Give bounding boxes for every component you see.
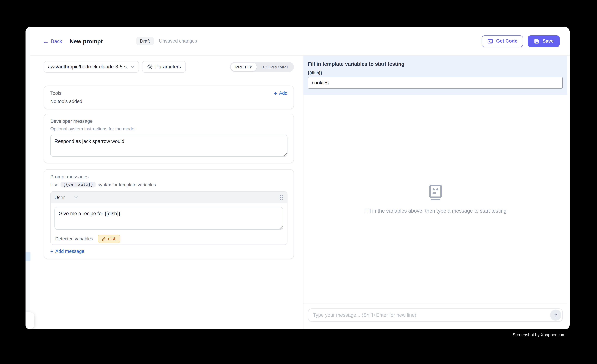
variable-chip-dish[interactable]: dish	[98, 235, 120, 243]
edit-icon	[102, 236, 106, 241]
toggle-option-pretty[interactable]: PRETTY	[231, 63, 257, 71]
chevron-down-icon	[131, 65, 135, 68]
chat-input-container	[308, 308, 563, 322]
send-button[interactable]	[550, 310, 561, 320]
app-window: ← Back New prompt Draft Unsaved changes …	[25, 27, 570, 329]
back-label: Back	[51, 38, 62, 44]
model-selector-value: aws/anthropic/bedrock-claude-3-5-s...	[48, 64, 128, 69]
developer-message-textarea[interactable]: Respond as jack sparrow would	[50, 135, 287, 157]
screenshot-stage: ← Back New prompt Draft Unsaved changes …	[0, 0, 597, 364]
tools-empty-text: No tools added	[50, 99, 287, 104]
add-message-button[interactable]: + Add message	[50, 249, 84, 254]
role-value: User	[55, 195, 65, 200]
arrow-up-icon	[553, 312, 558, 318]
terminal-icon	[487, 38, 493, 44]
add-tool-label: Add	[279, 91, 287, 96]
plus-icon: +	[274, 91, 277, 96]
watermark-text: Screenshot by Xnapper.com	[513, 333, 566, 337]
save-button[interactable]: Save	[528, 35, 560, 47]
plus-icon: +	[50, 249, 53, 254]
variable-value-input[interactable]	[308, 77, 563, 89]
message-body: Give me a recipe for {{dish}} Detected v…	[51, 203, 287, 244]
template-syntax-hint: Use {{variable}} syntax for template var…	[50, 182, 287, 187]
unsaved-changes-text: Unsaved changes	[159, 38, 197, 44]
left-nav-strip	[25, 27, 30, 329]
parameters-button[interactable]: Parameters	[142, 61, 186, 73]
header: ← Back New prompt Draft Unsaved changes …	[30, 27, 569, 55]
variable-chip-label: dish	[108, 236, 116, 242]
role-selector[interactable]: User	[55, 195, 78, 200]
back-arrow-icon: ←	[43, 38, 49, 44]
robot-icon	[428, 184, 443, 200]
gear-icon	[147, 64, 153, 69]
page-title: New prompt	[70, 38, 102, 44]
save-label: Save	[542, 38, 554, 44]
hint-prefix: Use	[50, 182, 58, 187]
template-variables-section: Fill in template variables to start test…	[303, 56, 567, 95]
chat-message-input[interactable]	[313, 312, 550, 318]
model-selector[interactable]: aws/anthropic/bedrock-claude-3-5-s...	[44, 61, 139, 73]
message-textarea[interactable]: Give me a recipe for {{dish}}	[55, 207, 283, 230]
status-badge: Draft	[136, 37, 154, 45]
test-pane: Fill in template variables to start test…	[303, 56, 570, 329]
hint-suffix: syntax for template variables	[98, 182, 156, 187]
tools-title: Tools	[50, 91, 61, 96]
tools-card: Tools + Add No tools added	[44, 85, 294, 109]
developer-message-subtitle: Optional system instructions for the mod…	[50, 126, 287, 132]
developer-message-card: Developer message Optional system instru…	[44, 114, 294, 163]
save-icon	[534, 38, 540, 44]
model-toolbar: aws/anthropic/bedrock-claude-3-5-s...	[44, 61, 294, 73]
add-tool-button[interactable]: + Add	[274, 91, 287, 96]
prompt-messages-title: Prompt messages	[50, 174, 287, 179]
get-code-button[interactable]: Get Code	[482, 35, 523, 47]
detected-variables-label: Detected variables:	[55, 236, 94, 242]
back-button[interactable]: ← Back	[43, 38, 62, 44]
nav-popover	[25, 312, 34, 329]
chevron-down-icon	[74, 196, 78, 199]
variable-syntax-chip: {{variable}}	[61, 182, 95, 187]
format-toggle: PRETTY DOTPROMPT	[230, 62, 294, 72]
message-block: User	[50, 191, 287, 245]
chat-empty-state: Fill in the variables above, then type a…	[303, 95, 567, 303]
prompt-messages-card: Prompt messages Use {{variable}} syntax …	[44, 169, 294, 259]
empty-state-text: Fill in the variables above, then type a…	[364, 208, 506, 213]
parameters-label: Parameters	[155, 64, 181, 69]
test-panel-title: Fill in template variables to start test…	[308, 61, 563, 67]
variable-name-label: {{dish}}	[308, 70, 563, 75]
add-message-label: Add message	[55, 249, 84, 254]
header-actions: Get Code Save	[482, 35, 560, 47]
get-code-label: Get Code	[496, 38, 517, 44]
message-header: User	[51, 192, 287, 203]
drag-handle-icon[interactable]	[279, 195, 283, 200]
chat-input-bar	[303, 303, 567, 329]
toggle-option-dotprompt[interactable]: DOTPROMPT	[257, 63, 293, 71]
developer-message-title: Developer message	[50, 119, 287, 124]
prompt-editor-pane: aws/anthropic/bedrock-claude-3-5-s...	[30, 56, 303, 329]
detected-variables-row: Detected variables: dish	[55, 231, 283, 244]
